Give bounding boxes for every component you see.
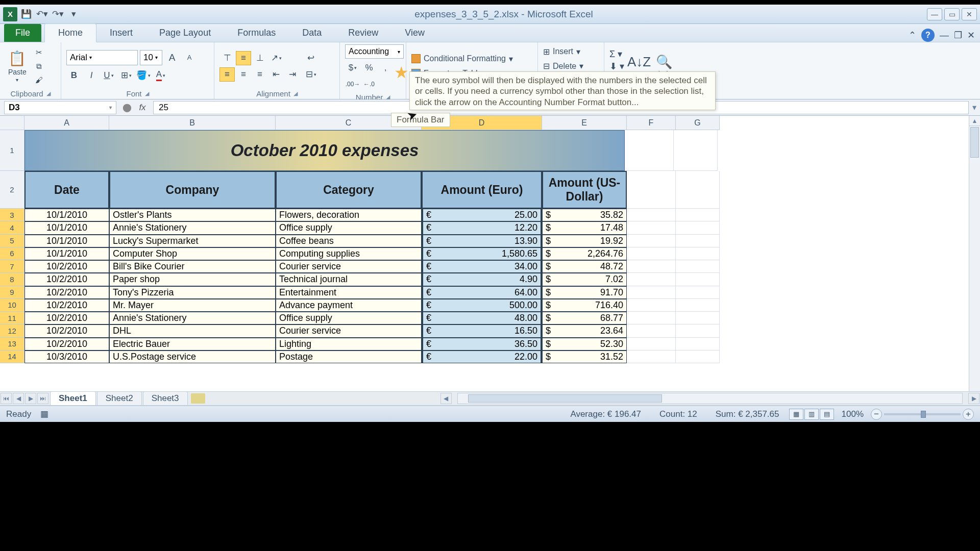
- row-header[interactable]: 4: [0, 221, 24, 234]
- cell-amount-euro[interactable]: €34.00: [422, 260, 542, 273]
- cell-category[interactable]: Technical journal: [276, 273, 422, 286]
- font-launcher-icon[interactable]: ◢: [145, 90, 149, 97]
- decrease-indent-icon[interactable]: ⇤: [268, 67, 284, 82]
- row-header-2[interactable]: 2: [0, 171, 24, 209]
- row-header[interactable]: 3: [0, 209, 24, 221]
- zoom-percent[interactable]: 100%: [842, 409, 864, 419]
- cell-blank[interactable]: [627, 209, 676, 221]
- cell-blank[interactable]: [676, 260, 720, 273]
- row-header[interactable]: 9: [0, 286, 24, 299]
- font-color-button[interactable]: A▾: [153, 68, 168, 83]
- page-break-view-icon[interactable]: ▤: [820, 409, 834, 420]
- align-center-icon[interactable]: ≡: [236, 67, 251, 82]
- percent-format-icon[interactable]: %: [361, 61, 377, 75]
- cell-category[interactable]: Postage: [276, 350, 422, 363]
- view-tab[interactable]: View: [391, 24, 438, 42]
- new-sheet-icon[interactable]: [191, 393, 205, 404]
- cell-amount-euro[interactable]: €25.00: [422, 209, 542, 221]
- row-header[interactable]: 6: [0, 247, 24, 260]
- increase-decimal-icon[interactable]: .00→: [345, 77, 360, 91]
- cell-blank[interactable]: [676, 235, 720, 247]
- cell-f2[interactable]: [627, 171, 676, 209]
- cell-date[interactable]: 10/2/2010: [24, 286, 109, 299]
- cell-blank[interactable]: [676, 221, 720, 234]
- cell-blank[interactable]: [676, 209, 720, 221]
- cell-category[interactable]: Advance payment: [276, 299, 422, 312]
- cell-category[interactable]: Lighting: [276, 338, 422, 350]
- cell-blank[interactable]: [627, 324, 676, 337]
- cell-blank[interactable]: [676, 273, 720, 286]
- zoom-in-button[interactable]: +: [963, 409, 974, 420]
- sheet3-tab[interactable]: Sheet3: [143, 391, 188, 406]
- align-bottom-icon[interactable]: ⊥: [252, 51, 267, 65]
- header-amount-euro[interactable]: Amount (Euro): [422, 171, 542, 209]
- fx-icon[interactable]: fx: [135, 101, 150, 114]
- cell-company[interactable]: Electric Bauer: [109, 338, 276, 350]
- header-company[interactable]: Company: [109, 171, 276, 209]
- cell-blank[interactable]: [676, 299, 720, 312]
- cell-company[interactable]: Paper shop: [109, 273, 276, 286]
- decrease-font-icon[interactable]: A: [182, 51, 197, 65]
- zoom-slider[interactable]: [884, 413, 961, 415]
- title-merged-cell[interactable]: October 2010 expenses: [24, 130, 625, 171]
- formulas-tab[interactable]: Formulas: [224, 24, 289, 42]
- conditional-formatting-button[interactable]: Conditional Formatting ▾: [411, 53, 513, 65]
- review-tab[interactable]: Review: [335, 24, 391, 42]
- cell-amount-euro[interactable]: €4.90: [422, 273, 542, 286]
- maximize-button[interactable]: ▭: [944, 8, 960, 20]
- cell-amount-usd[interactable]: $716.40: [542, 299, 627, 312]
- home-tab[interactable]: Home: [44, 23, 96, 42]
- minimize-ribbon-icon[interactable]: ⌃: [909, 30, 916, 41]
- cell-f1[interactable]: [625, 130, 674, 171]
- row-header[interactable]: 10: [0, 299, 24, 312]
- cell-company[interactable]: Tony's Pizzeria: [109, 286, 276, 299]
- cell-company[interactable]: U.S.Postage service: [109, 350, 276, 363]
- sheet1-tab[interactable]: Sheet1: [50, 391, 96, 406]
- format-painter-icon[interactable]: 🖌: [33, 74, 46, 86]
- cell-amount-euro[interactable]: €16.50: [422, 324, 542, 337]
- font-name-select[interactable]: Arial▾: [66, 50, 138, 65]
- undo-icon[interactable]: ↶▾: [35, 7, 49, 21]
- align-top-icon[interactable]: ⊤: [219, 51, 235, 65]
- underline-button[interactable]: U▾: [101, 68, 116, 83]
- header-amount-usd[interactable]: Amount (US-Dollar): [542, 171, 627, 209]
- cell-category[interactable]: Computing supplies: [276, 247, 422, 260]
- cancel-formula-icon[interactable]: ⬤: [119, 101, 135, 114]
- row-header-1[interactable]: 1: [0, 130, 24, 171]
- horizontal-scrollbar[interactable]: [457, 393, 963, 404]
- first-sheet-icon[interactable]: ⏮: [1, 393, 12, 404]
- cell-category[interactable]: Courier service: [276, 260, 422, 273]
- sheet2-tab[interactable]: Sheet2: [97, 391, 142, 406]
- cell-amount-euro[interactable]: €13.90: [422, 235, 542, 247]
- cell-category[interactable]: Courier service: [276, 324, 422, 337]
- file-tab[interactable]: File: [4, 24, 41, 42]
- cell-amount-euro[interactable]: €22.00: [422, 350, 542, 363]
- cell-blank[interactable]: [627, 286, 676, 299]
- name-box[interactable]: D3▾: [4, 101, 116, 114]
- cell-category[interactable]: Coffee beans: [276, 235, 422, 247]
- col-header-g[interactable]: G: [676, 116, 720, 130]
- col-header-e[interactable]: E: [542, 116, 627, 130]
- cell-amount-usd[interactable]: $7.02: [542, 273, 627, 286]
- wrap-text-icon[interactable]: ↩: [303, 51, 318, 65]
- cell-amount-usd[interactable]: $48.72: [542, 260, 627, 273]
- fill-icon[interactable]: ⬇ ▾: [609, 61, 624, 72]
- row-header[interactable]: 7: [0, 260, 24, 273]
- doc-restore-icon[interactable]: ❐: [954, 30, 962, 41]
- cell-amount-usd[interactable]: $19.92: [542, 235, 627, 247]
- borders-button[interactable]: ⊞▾: [118, 68, 134, 83]
- decrease-decimal-icon[interactable]: ←.0: [361, 77, 377, 91]
- cell-blank[interactable]: [627, 350, 676, 363]
- macro-record-icon[interactable]: ▦: [40, 409, 48, 419]
- insert-cells-button[interactable]: ⊞ Insert ▾: [543, 45, 587, 58]
- cell-amount-euro[interactable]: €1,580.65: [422, 247, 542, 260]
- cell-company[interactable]: Mr. Mayer: [109, 299, 276, 312]
- cell-date[interactable]: 10/2/2010: [24, 338, 109, 350]
- fill-color-button[interactable]: 🪣▾: [136, 68, 151, 83]
- clipboard-launcher-icon[interactable]: ◢: [46, 90, 51, 97]
- font-size-select[interactable]: 10▾: [140, 50, 162, 65]
- cell-amount-euro[interactable]: €12.20: [422, 221, 542, 234]
- number-format-select[interactable]: Accounting▾: [345, 44, 404, 59]
- cell-date[interactable]: 10/3/2010: [24, 350, 109, 363]
- row-header[interactable]: 12: [0, 324, 24, 337]
